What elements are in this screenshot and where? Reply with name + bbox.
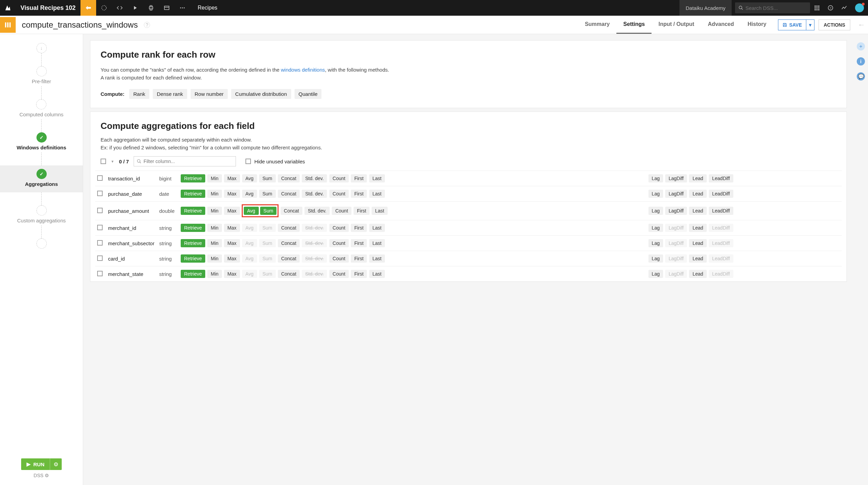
agg-last[interactable]: Last — [372, 207, 387, 215]
print-icon[interactable] — [143, 0, 159, 16]
agg-lag[interactable]: Lag — [648, 190, 663, 198]
academy-label[interactable]: Dataiku Academy — [679, 0, 732, 16]
agg-leaddiff[interactable]: LeadDiff — [709, 174, 733, 182]
agg-concat[interactable]: Concat — [278, 224, 300, 232]
agg-lagdiff[interactable]: LagDiff — [665, 190, 687, 198]
row-checkbox[interactable] — [97, 240, 103, 246]
agg-max[interactable]: Max — [224, 174, 240, 182]
hide-unused-checkbox[interactable] — [245, 159, 251, 164]
step-prefilter-block[interactable]: Pre-filter — [32, 66, 51, 99]
menu-recipes[interactable]: Recipes — [190, 5, 225, 11]
agg-count[interactable]: Count — [329, 174, 349, 182]
dashboard-icon[interactable] — [159, 0, 175, 16]
row-checkbox[interactable] — [97, 175, 103, 181]
step-prefilter[interactable]: ↓ — [36, 43, 47, 66]
chat-icon[interactable]: 💬 — [857, 72, 865, 80]
agg-count[interactable]: Count — [329, 239, 349, 247]
add-icon[interactable]: + — [857, 42, 865, 50]
agg-lag[interactable]: Lag — [648, 174, 663, 182]
step-computed-columns[interactable]: Computed columns — [19, 99, 63, 132]
agg-lag[interactable]: Lag — [648, 224, 663, 232]
agg-lead[interactable]: Lead — [689, 174, 706, 182]
step-custom-aggregations[interactable]: Custom aggregations — [17, 205, 66, 238]
agg-concat[interactable]: Concat — [281, 207, 302, 215]
agg-avg[interactable]: Avg — [242, 224, 257, 232]
agg-avg[interactable]: Avg — [242, 239, 257, 247]
agg-first[interactable]: First — [351, 224, 367, 232]
play-icon[interactable] — [128, 0, 143, 16]
agg-stddev[interactable]: Std. dev. — [302, 190, 327, 198]
agg-lead[interactable]: Lead — [689, 270, 706, 278]
engine-label[interactable]: DSS ⚙ — [34, 473, 49, 478]
agg-avg[interactable]: Avg — [244, 207, 259, 215]
agg-count[interactable]: Count — [329, 270, 349, 278]
agg-leaddiff[interactable]: LeadDiff — [709, 239, 733, 247]
windows-definitions-link[interactable]: windows definitions — [281, 67, 325, 73]
agg-min[interactable]: Min — [207, 270, 222, 278]
agg-stddev[interactable]: Std. dev. — [302, 254, 327, 263]
agg-lead[interactable]: Lead — [689, 207, 706, 215]
agg-stddev[interactable]: Std. dev. — [302, 270, 327, 278]
agg-first[interactable]: First — [351, 239, 367, 247]
project-name[interactable]: Visual Recipes 102 — [16, 4, 80, 12]
agg-count[interactable]: Count — [329, 254, 349, 263]
info-icon[interactable]: i — [857, 57, 865, 65]
agg-max[interactable]: Max — [224, 224, 240, 232]
agg-max[interactable]: Max — [224, 190, 240, 198]
step-last[interactable] — [36, 238, 47, 249]
search-box[interactable] — [735, 2, 810, 13]
agg-retrieve[interactable]: Retrieve — [181, 224, 205, 232]
agg-retrieve[interactable]: Retrieve — [181, 239, 205, 247]
agg-sum[interactable]: Sum — [259, 224, 276, 232]
chip-rank[interactable]: Rank — [129, 89, 149, 99]
agg-lagdiff[interactable]: LagDiff — [665, 224, 687, 232]
row-checkbox[interactable] — [97, 208, 103, 213]
logo-icon[interactable] — [0, 4, 16, 12]
row-checkbox[interactable] — [97, 225, 103, 230]
step-windows-definitions[interactable]: Windows definitions — [17, 132, 66, 165]
agg-lag[interactable]: Lag — [648, 254, 663, 263]
agg-retrieve[interactable]: Retrieve — [181, 207, 205, 215]
help-icon[interactable]: ? — [824, 5, 837, 11]
run-settings-icon[interactable]: ⚙ — [50, 458, 62, 470]
save-button[interactable]: SAVE ▾ — [778, 19, 814, 30]
select-all-checkbox[interactable] — [101, 159, 106, 164]
agg-min[interactable]: Min — [207, 254, 222, 263]
agg-stddev[interactable]: Std. dev. — [302, 239, 327, 247]
agg-leaddiff[interactable]: LeadDiff — [709, 254, 733, 263]
apps-icon[interactable] — [810, 5, 824, 11]
step-aggregations[interactable]: Aggregations — [0, 165, 83, 192]
agg-avg[interactable]: Avg — [242, 190, 257, 198]
agg-leaddiff[interactable]: LeadDiff — [709, 190, 733, 198]
agg-min[interactable]: Min — [207, 190, 222, 198]
filter-column-box[interactable] — [134, 156, 236, 166]
agg-last[interactable]: Last — [369, 270, 385, 278]
agg-stddev[interactable]: Std. dev. — [302, 224, 327, 232]
chip-quantile[interactable]: Quantile — [295, 89, 322, 99]
agg-lag[interactable]: Lag — [648, 207, 663, 215]
title-help-icon[interactable]: ? — [144, 22, 150, 28]
activity-icon[interactable] — [837, 5, 851, 11]
agg-concat[interactable]: Concat — [278, 239, 300, 247]
agg-lead[interactable]: Lead — [689, 190, 706, 198]
agg-last[interactable]: Last — [369, 174, 385, 182]
agg-retrieve[interactable]: Retrieve — [181, 190, 205, 198]
actions-button[interactable]: ACTIONS — [819, 19, 850, 30]
agg-lagdiff[interactable]: LagDiff — [665, 270, 687, 278]
agg-min[interactable]: Min — [207, 174, 222, 182]
chip-dense-rank[interactable]: Dense rank — [153, 89, 187, 99]
tab-summary[interactable]: Summary — [578, 16, 616, 34]
agg-avg[interactable]: Avg — [242, 174, 257, 182]
agg-lagdiff[interactable]: LagDiff — [665, 254, 687, 263]
agg-lagdiff[interactable]: LagDiff — [665, 174, 687, 182]
agg-last[interactable]: Last — [369, 190, 385, 198]
agg-max[interactable]: Max — [224, 270, 240, 278]
agg-max[interactable]: Max — [224, 207, 240, 215]
agg-min[interactable]: Min — [207, 207, 222, 215]
tab-input-output[interactable]: Input / Output — [652, 16, 701, 34]
agg-count[interactable]: Count — [329, 190, 349, 198]
row-checkbox[interactable] — [97, 255, 103, 261]
agg-retrieve[interactable]: Retrieve — [181, 174, 205, 182]
recipe-icon[interactable] — [80, 0, 96, 16]
more-icon[interactable] — [175, 0, 190, 16]
